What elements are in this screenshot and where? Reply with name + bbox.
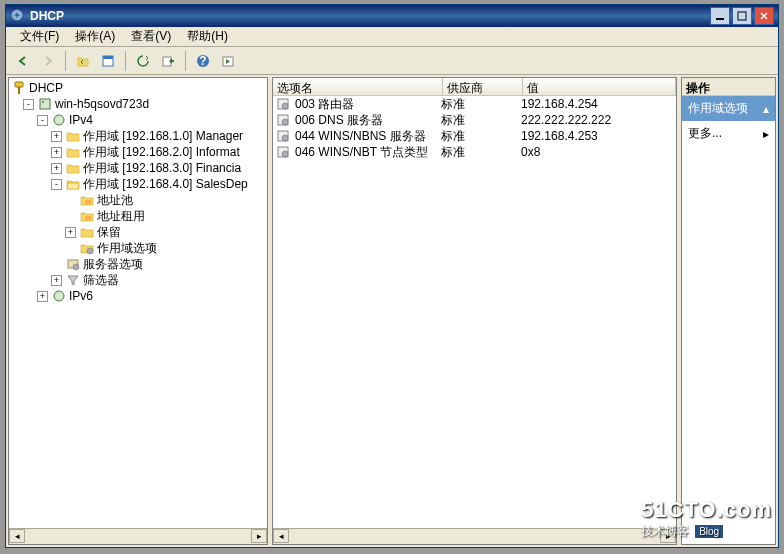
list-item[interactable]: 046 WINS/NBT 节点类型标准0x8 xyxy=(273,144,676,160)
svg-rect-15 xyxy=(85,216,91,220)
tree-leases[interactable]: 地址租用 xyxy=(11,208,265,224)
collapse-icon[interactable]: - xyxy=(23,99,34,110)
tree-scope[interactable]: +作用域 [192.168.1.0] Manager xyxy=(11,128,265,144)
collapse-icon[interactable]: - xyxy=(51,179,62,190)
list-scrollbar[interactable]: ◂▸ xyxy=(273,528,676,544)
svg-point-12 xyxy=(42,101,44,103)
refresh-button[interactable] xyxy=(132,50,154,72)
up-button[interactable] xyxy=(72,50,94,72)
svg-rect-4 xyxy=(103,56,113,59)
expand-icon[interactable]: + xyxy=(51,131,62,142)
tree-panel: DHCP -win-h5qsovd723d -IPv4 +作用域 [192.16… xyxy=(8,77,268,545)
tree-scrollbar[interactable]: ◂▸ xyxy=(9,528,267,544)
list-item[interactable]: 003 路由器标准192.168.4.254 xyxy=(273,96,676,112)
ipv4-icon xyxy=(51,112,67,128)
tree-scope[interactable]: +作用域 [192.168.3.0] Financia xyxy=(11,160,265,176)
svg-point-23 xyxy=(282,119,288,125)
svg-point-13 xyxy=(54,115,64,125)
tree-ipv4[interactable]: -IPv4 xyxy=(11,112,265,128)
scroll-left-icon[interactable]: ◂ xyxy=(9,529,25,543)
tree-ipv6[interactable]: +IPv6 xyxy=(11,288,265,304)
column-value[interactable]: 值 xyxy=(523,78,676,95)
tree-root[interactable]: DHCP xyxy=(11,80,265,96)
tree-filters[interactable]: +筛选器 xyxy=(11,272,265,288)
toolbar: ? xyxy=(6,47,778,75)
folder-icon xyxy=(65,128,81,144)
svg-rect-9 xyxy=(15,82,23,87)
actions-body: 作用域选项▴ 更多...▸ xyxy=(682,96,775,544)
watermark-site: 51CTO.com xyxy=(641,497,772,523)
column-vendor[interactable]: 供应商 xyxy=(443,78,523,95)
dhcp-icon xyxy=(11,80,27,96)
separator xyxy=(125,51,126,71)
option-icon xyxy=(275,96,291,112)
tree[interactable]: DHCP -win-h5qsovd723d -IPv4 +作用域 [192.16… xyxy=(9,78,267,528)
svg-rect-1 xyxy=(716,18,724,20)
tree-server[interactable]: -win-h5qsovd723d xyxy=(11,96,265,112)
option-icon xyxy=(275,144,291,160)
svg-rect-11 xyxy=(40,99,50,109)
tree-reservations[interactable]: +保留 xyxy=(11,224,265,240)
svg-point-18 xyxy=(73,264,79,270)
title-bar[interactable]: DHCP xyxy=(6,5,778,27)
list-item[interactable]: 044 WINS/NBNS 服务器标准192.168.4.253 xyxy=(273,128,676,144)
expand-icon[interactable]: + xyxy=(65,227,76,238)
folder-icon xyxy=(79,224,95,240)
actions-more[interactable]: 更多...▸ xyxy=(682,121,775,146)
back-button[interactable] xyxy=(12,50,34,72)
tree-serveropts[interactable]: 服务器选项 xyxy=(11,256,265,272)
expand-icon[interactable]: + xyxy=(51,147,62,158)
menu-action[interactable]: 操作(A) xyxy=(67,26,123,47)
svg-point-27 xyxy=(282,151,288,157)
actions-header: 操作 xyxy=(682,78,775,96)
server-options-icon xyxy=(65,256,81,272)
menu-view[interactable]: 查看(V) xyxy=(123,26,179,47)
tree-pool[interactable]: 地址池 xyxy=(11,192,265,208)
folder-open-icon xyxy=(65,176,81,192)
properties-button[interactable] xyxy=(97,50,119,72)
help-button[interactable]: ? xyxy=(192,50,214,72)
list-body[interactable]: 003 路由器标准192.168.4.254 006 DNS 服务器标准222.… xyxy=(273,96,676,528)
folder-icon xyxy=(65,144,81,160)
separator xyxy=(185,51,186,71)
list-item[interactable]: 006 DNS 服务器标准222.222.222.222 xyxy=(273,112,676,128)
tree-scope[interactable]: +作用域 [192.168.2.0] Informat xyxy=(11,144,265,160)
tree-scopeopts[interactable]: 作用域选项 xyxy=(11,240,265,256)
menu-bar: 文件(F) 操作(A) 查看(V) 帮助(H) xyxy=(6,27,778,47)
svg-point-19 xyxy=(54,291,64,301)
svg-rect-14 xyxy=(85,200,91,204)
expand-icon[interactable]: + xyxy=(51,275,62,286)
pool-icon xyxy=(79,192,95,208)
svg-point-16 xyxy=(87,248,93,254)
export-button[interactable] xyxy=(157,50,179,72)
minimize-button[interactable] xyxy=(710,7,730,25)
menu-file[interactable]: 文件(F) xyxy=(12,26,67,47)
list-panel: 选项名 供应商 值 003 路由器标准192.168.4.254 006 DNS… xyxy=(272,77,677,545)
app-icon xyxy=(10,8,26,24)
option-icon xyxy=(275,128,291,144)
actions-context[interactable]: 作用域选项▴ xyxy=(682,96,775,121)
dhcp-window: DHCP 文件(F) 操作(A) 查看(V) 帮助(H) ? DHCP -win… xyxy=(5,4,779,548)
maximize-button[interactable] xyxy=(732,7,752,25)
list-header: 选项名 供应商 值 xyxy=(273,78,676,96)
expand-icon[interactable]: + xyxy=(51,163,62,174)
chevron-right-icon: ▸ xyxy=(763,127,769,141)
svg-rect-10 xyxy=(18,87,20,94)
column-name[interactable]: 选项名 xyxy=(273,78,443,95)
leases-icon xyxy=(79,208,95,224)
tree-scope[interactable]: -作用域 [192.168.4.0] SalesDep xyxy=(11,176,265,192)
scroll-right-icon[interactable]: ▸ xyxy=(251,529,267,543)
svg-point-25 xyxy=(282,135,288,141)
watermark-badge: Blog xyxy=(695,525,723,538)
window-title: DHCP xyxy=(30,9,708,23)
client-area: DHCP -win-h5qsovd723d -IPv4 +作用域 [192.16… xyxy=(6,75,778,547)
action-button[interactable] xyxy=(217,50,239,72)
collapse-icon[interactable]: - xyxy=(37,115,48,126)
expand-icon[interactable]: + xyxy=(37,291,48,302)
svg-text:?: ? xyxy=(199,54,206,68)
scroll-left-icon[interactable]: ◂ xyxy=(273,529,289,543)
folder-icon xyxy=(65,160,81,176)
forward-button[interactable] xyxy=(37,50,59,72)
close-button[interactable] xyxy=(754,7,774,25)
menu-help[interactable]: 帮助(H) xyxy=(179,26,236,47)
